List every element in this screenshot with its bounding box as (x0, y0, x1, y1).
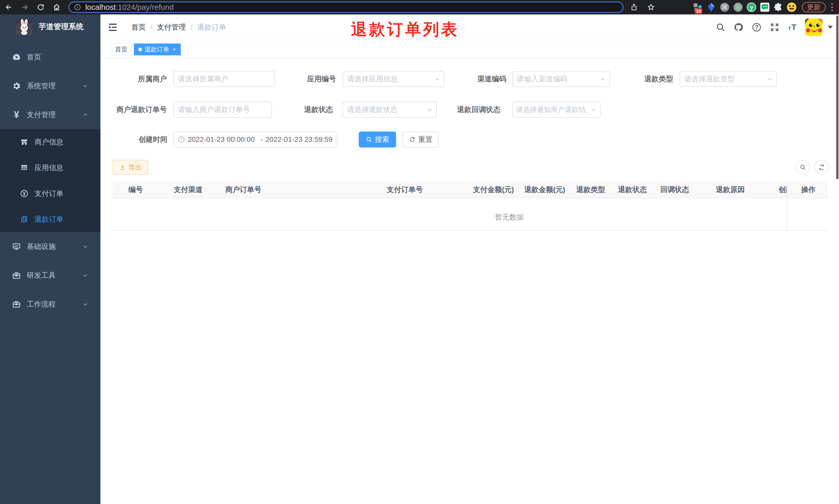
active-tab-dot (138, 48, 142, 51)
channel-select[interactable] (512, 71, 610, 87)
merchant-select[interactable] (173, 71, 275, 87)
chrome-update-button[interactable]: 更新 (802, 2, 826, 12)
column-header-create-time: 创建时间 (779, 181, 787, 198)
refund-status-label: 退款状态 (279, 102, 333, 118)
profile-avatar-emoji[interactable] (785, 1, 798, 14)
merchant-select-input[interactable] (174, 72, 274, 87)
gem-extension-icon (706, 2, 716, 12)
header-search-button[interactable] (715, 22, 726, 33)
sidebar-item-label: 退款订单 (35, 214, 101, 224)
font-size-button[interactable]: T T (787, 22, 798, 33)
column-header-id: 编号 (128, 181, 143, 198)
table-empty-text: 暂无数据 (458, 210, 561, 224)
sidebar-item-dev-tools[interactable]: 研发工具 (0, 261, 101, 290)
sidebar-toggle-button[interactable] (107, 22, 119, 33)
chevron-down-icon (766, 75, 773, 83)
breadcrumb-separator: / (150, 23, 153, 31)
sidebar-item-workflow[interactable]: 工作流程 (0, 290, 101, 319)
emoji-face-icon (786, 2, 797, 12)
sidebar-item-label: 商户信息 (35, 137, 101, 147)
store-icon (20, 138, 29, 146)
forward-arrow-icon (21, 3, 29, 11)
export-button[interactable]: 导出 (112, 160, 148, 175)
merchant-refund-no-input[interactable] (174, 102, 271, 117)
tags-view-bar: 首页 退款订单 (101, 40, 839, 59)
sidebar-item-infrastructure[interactable]: 基础设施 (0, 232, 101, 261)
browser-reload-button[interactable] (35, 2, 46, 13)
refund-type-select[interactable] (680, 71, 777, 87)
chevron-down-icon (82, 83, 89, 89)
address-bar[interactable]: localhost:1024/pay/refund (69, 2, 623, 13)
extension-chat[interactable] (758, 1, 771, 14)
back-arrow-icon (5, 3, 13, 11)
refund-status-select[interactable] (342, 102, 437, 118)
user-avatar[interactable] (805, 19, 822, 36)
question-circle-icon (752, 22, 762, 32)
help-button[interactable] (751, 22, 762, 33)
extension-yuque[interactable]: y (745, 1, 758, 14)
browser-forward-button[interactable] (19, 2, 30, 13)
app-select[interactable] (342, 71, 445, 87)
tab-home[interactable]: 首页 (112, 43, 131, 55)
tab-refund-order[interactable]: 退款订单 (134, 43, 181, 55)
refund-type-select-input[interactable] (680, 72, 776, 87)
refund-status-select-input[interactable] (343, 102, 436, 117)
browser-back-button[interactable] (3, 2, 14, 13)
bookmark-button[interactable] (645, 2, 657, 13)
column-header-pay-order: 支付订单号 (387, 181, 423, 198)
svg-text:T: T (791, 23, 796, 32)
extension-recorder[interactable] (731, 1, 745, 14)
chrome-menu-button[interactable] (828, 2, 836, 13)
notify-status-select-input[interactable] (513, 102, 600, 117)
search-icon (366, 136, 372, 143)
extensions-menu[interactable] (771, 1, 785, 14)
reset-button[interactable]: 重置 (403, 131, 439, 147)
extension-command[interactable]: ⌘ (718, 1, 731, 14)
avatar-caret-icon[interactable] (828, 26, 833, 29)
create-time-label: 创建时间 (113, 131, 167, 147)
sidebar-item-pay-order[interactable]: 支付订单 (0, 181, 101, 206)
extension-gem[interactable] (704, 1, 718, 14)
sidebar-item-refund-order[interactable]: 退款订单 (0, 206, 101, 232)
tab-label: 退款订单 (144, 45, 169, 54)
monitor-chart-icon (11, 242, 22, 251)
extension-collections[interactable]: 10 (691, 1, 704, 14)
app-logo[interactable]: 芋道管理系统 (0, 14, 101, 39)
tab-close-button[interactable] (172, 47, 176, 52)
merchant-refund-no-field[interactable] (173, 102, 272, 118)
fullscreen-button[interactable] (769, 22, 780, 33)
date-range-start[interactable]: 2022-01-23 00:00:00 (188, 136, 258, 144)
create-time-range-picker[interactable]: 2022-01-23 00:00:00 - 2022-01-23 23:59:5… (173, 131, 337, 147)
site-info-icon (74, 4, 81, 11)
chevron-down-icon (82, 301, 89, 308)
fixed-column-divider (787, 181, 787, 231)
channel-select-input[interactable] (513, 72, 610, 87)
page-scrollbar-thumb[interactable] (836, 15, 838, 179)
chevron-down-icon (590, 106, 597, 113)
dot-extension-icon (733, 2, 743, 12)
toggle-search-button[interactable] (796, 160, 810, 175)
sidebar-item-system[interactable]: 系统管理 (0, 72, 101, 101)
browser-home-button[interactable] (51, 2, 62, 13)
breadcrumb-home[interactable]: 首页 (131, 22, 146, 32)
sidebar-item-payment[interactable]: ¥ 支付管理 (0, 101, 101, 129)
column-header-pay-amount: 支付金额(元) (473, 181, 514, 198)
chevron-down-icon (426, 106, 433, 113)
sidebar-item-app-info[interactable]: 应用信息 (0, 155, 101, 181)
notify-status-select[interactable] (512, 102, 601, 118)
app-select-input[interactable] (343, 72, 444, 87)
github-icon (734, 22, 744, 32)
date-range-end[interactable]: 2022-01-23 23:59:59 (266, 136, 336, 144)
refresh-table-button[interactable] (814, 160, 829, 175)
github-link-button[interactable] (733, 22, 744, 33)
search-icon (716, 22, 726, 32)
column-header-refund-amount: 退款金额(元) (524, 181, 565, 198)
search-button[interactable]: 搜索 (359, 131, 396, 147)
sidebar-item-home[interactable]: 首页 (0, 43, 101, 72)
document-icon (20, 215, 29, 223)
column-header-pay-channel: 支付渠道 (174, 181, 203, 198)
merchant-refund-no-label: 商户退款订单号 (108, 102, 167, 118)
gear-icon (11, 82, 22, 91)
share-button[interactable] (628, 2, 640, 13)
sidebar-item-merchant-info[interactable]: 商户信息 (0, 129, 101, 155)
